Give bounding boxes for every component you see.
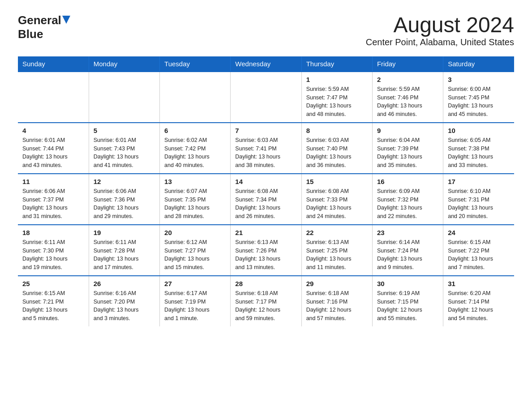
day-info: Sunrise: 6:02 AMSunset: 7:42 PMDaylight:… xyxy=(164,136,226,170)
day-number: 26 xyxy=(94,280,155,287)
day-info: Sunrise: 6:10 AMSunset: 7:31 PMDaylight:… xyxy=(448,187,510,221)
calendar-cell: 1Sunrise: 5:59 AMSunset: 7:47 PMDaylight… xyxy=(301,72,372,123)
calendar-cell: 25Sunrise: 6:15 AMSunset: 7:21 PMDayligh… xyxy=(18,276,89,326)
calendar-cell: 7Sunrise: 6:03 AMSunset: 7:41 PMDaylight… xyxy=(231,123,301,174)
calendar-cell xyxy=(160,72,231,123)
logo-triangle-icon xyxy=(62,16,70,24)
calendar-cell xyxy=(18,72,89,123)
calendar-cell: 14Sunrise: 6:08 AMSunset: 7:34 PMDayligh… xyxy=(231,174,301,225)
day-number: 16 xyxy=(377,178,438,185)
calendar-cell: 6Sunrise: 6:02 AMSunset: 7:42 PMDaylight… xyxy=(160,123,231,174)
day-number: 22 xyxy=(306,229,368,236)
calendar-cell: 18Sunrise: 6:11 AMSunset: 7:30 PMDayligh… xyxy=(18,225,89,276)
day-number: 23 xyxy=(377,229,438,236)
day-number: 1 xyxy=(306,76,368,83)
col-saturday: Saturday xyxy=(443,56,514,72)
day-info: Sunrise: 5:59 AMSunset: 7:46 PMDaylight:… xyxy=(377,85,438,119)
calendar-cell: 23Sunrise: 6:14 AMSunset: 7:24 PMDayligh… xyxy=(372,225,443,276)
day-info: Sunrise: 6:08 AMSunset: 7:34 PMDaylight:… xyxy=(235,187,296,221)
calendar-cell: 31Sunrise: 6:20 AMSunset: 7:14 PMDayligh… xyxy=(443,276,514,326)
col-monday: Monday xyxy=(89,56,159,72)
day-info: Sunrise: 6:12 AMSunset: 7:27 PMDaylight:… xyxy=(164,238,226,272)
calendar-week-4: 18Sunrise: 6:11 AMSunset: 7:30 PMDayligh… xyxy=(18,225,514,276)
day-info: Sunrise: 6:01 AMSunset: 7:44 PMDaylight:… xyxy=(22,136,84,170)
day-info: Sunrise: 5:59 AMSunset: 7:47 PMDaylight:… xyxy=(306,85,368,119)
day-number: 2 xyxy=(377,76,438,83)
day-info: Sunrise: 6:06 AMSunset: 7:37 PMDaylight:… xyxy=(22,187,84,221)
day-info: Sunrise: 6:11 AMSunset: 7:28 PMDaylight:… xyxy=(94,238,155,272)
day-info: Sunrise: 6:05 AMSunset: 7:38 PMDaylight:… xyxy=(448,136,510,170)
day-number: 4 xyxy=(22,127,84,134)
day-info: Sunrise: 6:15 AMSunset: 7:21 PMDaylight:… xyxy=(22,289,84,323)
col-thursday: Thursday xyxy=(301,56,372,72)
page-subtitle: Center Point, Alabama, United States xyxy=(366,37,514,47)
calendar-cell: 2Sunrise: 5:59 AMSunset: 7:46 PMDaylight… xyxy=(372,72,443,123)
day-info: Sunrise: 6:14 AMSunset: 7:24 PMDaylight:… xyxy=(377,238,438,272)
day-number: 8 xyxy=(306,127,368,134)
calendar-body: 1Sunrise: 5:59 AMSunset: 7:47 PMDaylight… xyxy=(18,72,514,326)
calendar-cell: 22Sunrise: 6:13 AMSunset: 7:25 PMDayligh… xyxy=(301,225,372,276)
day-info: Sunrise: 6:04 AMSunset: 7:39 PMDaylight:… xyxy=(377,136,438,170)
calendar-cell: 27Sunrise: 6:17 AMSunset: 7:19 PMDayligh… xyxy=(160,276,231,326)
day-info: Sunrise: 6:06 AMSunset: 7:36 PMDaylight:… xyxy=(94,187,155,221)
day-number: 27 xyxy=(164,280,226,287)
calendar-cell: 9Sunrise: 6:04 AMSunset: 7:39 PMDaylight… xyxy=(372,123,443,174)
calendar-cell: 4Sunrise: 6:01 AMSunset: 7:44 PMDaylight… xyxy=(18,123,89,174)
day-info: Sunrise: 6:13 AMSunset: 7:25 PMDaylight:… xyxy=(306,238,368,272)
day-number: 11 xyxy=(22,178,84,185)
calendar-cell: 11Sunrise: 6:06 AMSunset: 7:37 PMDayligh… xyxy=(18,174,89,225)
calendar-cell: 15Sunrise: 6:08 AMSunset: 7:33 PMDayligh… xyxy=(301,174,372,225)
calendar-cell: 19Sunrise: 6:11 AMSunset: 7:28 PMDayligh… xyxy=(89,225,159,276)
calendar-week-5: 25Sunrise: 6:15 AMSunset: 7:21 PMDayligh… xyxy=(18,276,514,326)
day-info: Sunrise: 6:03 AMSunset: 7:41 PMDaylight:… xyxy=(235,136,296,170)
logo-general-text: General xyxy=(18,13,61,27)
svg-marker-0 xyxy=(62,16,70,24)
calendar-cell: 13Sunrise: 6:07 AMSunset: 7:35 PMDayligh… xyxy=(160,174,231,225)
calendar-cell: 26Sunrise: 6:16 AMSunset: 7:20 PMDayligh… xyxy=(89,276,159,326)
calendar-cell: 16Sunrise: 6:09 AMSunset: 7:32 PMDayligh… xyxy=(372,174,443,225)
logo-blue-text: Blue xyxy=(18,27,43,41)
calendar-cell: 3Sunrise: 6:00 AMSunset: 7:45 PMDaylight… xyxy=(443,72,514,123)
day-info: Sunrise: 6:11 AMSunset: 7:30 PMDaylight:… xyxy=(22,238,84,272)
day-number: 25 xyxy=(22,280,84,287)
day-info: Sunrise: 6:03 AMSunset: 7:40 PMDaylight:… xyxy=(306,136,368,170)
day-number: 3 xyxy=(448,76,510,83)
day-number: 24 xyxy=(448,229,510,236)
col-wednesday: Wednesday xyxy=(231,56,301,72)
day-number: 21 xyxy=(235,229,296,236)
day-info: Sunrise: 6:07 AMSunset: 7:35 PMDaylight:… xyxy=(164,187,226,221)
title-block: August 2024 Center Point, Alabama, Unite… xyxy=(366,13,514,47)
calendar-cell: 20Sunrise: 6:12 AMSunset: 7:27 PMDayligh… xyxy=(160,225,231,276)
day-info: Sunrise: 6:16 AMSunset: 7:20 PMDaylight:… xyxy=(94,289,155,323)
col-tuesday: Tuesday xyxy=(160,56,231,72)
calendar-cell: 21Sunrise: 6:13 AMSunset: 7:26 PMDayligh… xyxy=(231,225,301,276)
calendar-cell: 8Sunrise: 6:03 AMSunset: 7:40 PMDaylight… xyxy=(301,123,372,174)
calendar-cell xyxy=(231,72,301,123)
day-info: Sunrise: 6:09 AMSunset: 7:32 PMDaylight:… xyxy=(377,187,438,221)
day-info: Sunrise: 6:13 AMSunset: 7:26 PMDaylight:… xyxy=(235,238,296,272)
day-info: Sunrise: 6:20 AMSunset: 7:14 PMDaylight:… xyxy=(448,289,510,323)
day-number: 14 xyxy=(235,178,296,185)
day-number: 12 xyxy=(94,178,155,185)
day-number: 28 xyxy=(235,280,296,287)
calendar-cell: 10Sunrise: 6:05 AMSunset: 7:38 PMDayligh… xyxy=(443,123,514,174)
day-number: 9 xyxy=(377,127,438,134)
day-number: 6 xyxy=(164,127,226,134)
page-title: August 2024 xyxy=(366,13,514,37)
day-number: 31 xyxy=(448,280,510,287)
calendar-header: Sunday Monday Tuesday Wednesday Thursday… xyxy=(18,56,514,72)
day-info: Sunrise: 6:15 AMSunset: 7:22 PMDaylight:… xyxy=(448,238,510,272)
col-friday: Friday xyxy=(372,56,443,72)
day-number: 5 xyxy=(94,127,155,134)
calendar-week-2: 4Sunrise: 6:01 AMSunset: 7:44 PMDaylight… xyxy=(18,123,514,174)
header-row: Sunday Monday Tuesday Wednesday Thursday… xyxy=(18,56,514,72)
day-number: 15 xyxy=(306,178,368,185)
calendar-cell: 28Sunrise: 6:18 AMSunset: 7:17 PMDayligh… xyxy=(231,276,301,326)
col-sunday: Sunday xyxy=(18,56,89,72)
calendar-cell: 29Sunrise: 6:18 AMSunset: 7:16 PMDayligh… xyxy=(301,276,372,326)
day-info: Sunrise: 6:17 AMSunset: 7:19 PMDaylight:… xyxy=(164,289,226,323)
calendar-cell: 30Sunrise: 6:19 AMSunset: 7:15 PMDayligh… xyxy=(372,276,443,326)
day-number: 30 xyxy=(377,280,438,287)
calendar-week-3: 11Sunrise: 6:06 AMSunset: 7:37 PMDayligh… xyxy=(18,174,514,225)
day-number: 13 xyxy=(164,178,226,185)
